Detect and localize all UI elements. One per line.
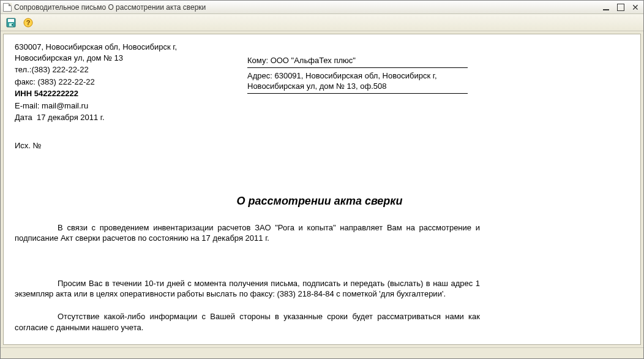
recipient-address: Адрес: 630091, Новосибирская обл, Новоси… [247, 68, 468, 94]
document-scroll[interactable]: 630007, Новосибирская обл, Новосибирск г… [4, 34, 640, 344]
help-button[interactable]: ? [21, 16, 35, 29]
close-button[interactable]: ✕ [630, 2, 641, 12]
window-controls: ✕ [601, 2, 641, 12]
document-paper: 630007, Новосибирская обл, Новосибирск г… [3, 34, 641, 345]
titlebar: Сопроводительное письмо О рассмотрении а… [1, 1, 643, 14]
content-area: 630007, Новосибирская обл, Новосибирск г… [1, 31, 643, 347]
minimize-button[interactable] [601, 2, 612, 12]
sender-address: 630007, Новосибирская обл, Новосибирск г… [15, 42, 223, 63]
svg-rect-3 [12, 24, 13, 26]
recipient-to: Кому: ООО "АльфаТех плюс" [247, 53, 468, 68]
sender-block: 630007, Новосибирская обл, Новосибирск г… [15, 40, 223, 124]
paragraph-3: Отсутствие какой-либо информации с Вашей… [15, 311, 480, 333]
sender-inn: ИНН 5422222222 [15, 88, 223, 99]
sender-date: Дата 17 декабря 2011 г. [15, 112, 223, 123]
recipient-block: Кому: ООО "АльфаТех плюс" Адрес: 630091,… [247, 53, 468, 94]
header-block: 630007, Новосибирская обл, Новосибирск г… [15, 40, 624, 124]
sender-fax: факс: (383) 222-22-22 [15, 77, 223, 88]
app-window: Сопроводительное письмо О рассмотрении а… [0, 0, 644, 359]
toolbar: ? [1, 14, 643, 31]
window-title: Сопроводительное письмо О рассмотрении а… [14, 3, 601, 12]
save-button[interactable] [4, 16, 18, 29]
spacer [15, 245, 624, 278]
status-bar [1, 347, 643, 358]
svg-text:?: ? [26, 19, 31, 26]
sender-tel: тел.:(383) 222-22-22 [15, 64, 223, 75]
maximize-button[interactable] [615, 2, 626, 12]
document-icon [3, 3, 12, 12]
svg-rect-1 [8, 19, 14, 22]
sender-email: E-mail: mail@mail.ru [15, 100, 223, 111]
paragraph-2: Просим Вас в течении 10-ти дней с момент… [15, 278, 480, 300]
paragraph-1: В связи с проведением инвентаризации рас… [15, 222, 480, 244]
outgoing-number: Исх. № [15, 140, 624, 151]
document-title: О рассмотрении акта сверки [15, 194, 624, 208]
